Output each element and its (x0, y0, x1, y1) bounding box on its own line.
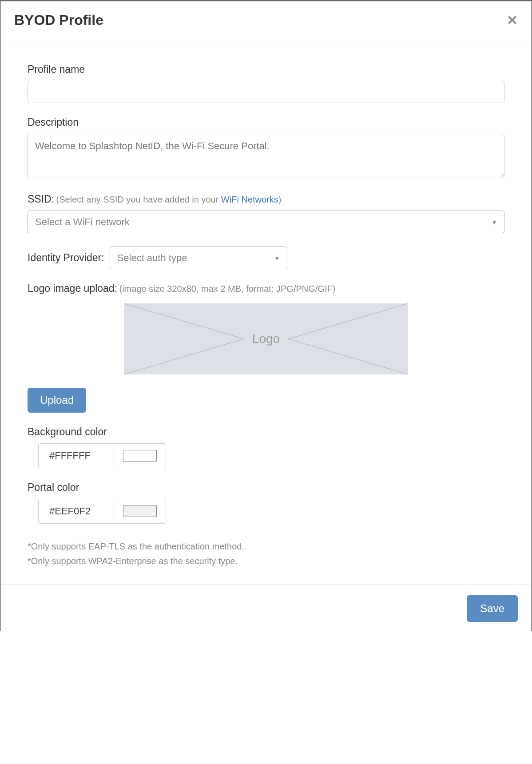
identity-select-wrapper: Select auth type ▼ (110, 247, 287, 269)
note-wpa2: *Only supports WPA2-Enterprise as the se… (28, 556, 504, 566)
wifi-networks-link[interactable]: WiFi Networks (221, 195, 278, 204)
identity-provider-group: Identity Provider: Select auth type ▼ (28, 247, 504, 269)
svg-line-2 (288, 303, 408, 339)
close-icon[interactable]: ✕ (507, 14, 518, 27)
upload-button[interactable]: Upload (28, 388, 86, 413)
note-eap-tls: *Only supports EAP-TLS as the authentica… (28, 541, 504, 552)
profile-name-group: Profile name (28, 64, 504, 103)
logo-upload-label: Logo image upload: (28, 283, 117, 294)
identity-provider-label: Identity Provider: (28, 252, 104, 264)
ssid-select[interactable]: Select a WiFi network (28, 211, 504, 233)
save-button[interactable]: Save (467, 595, 518, 622)
svg-line-3 (288, 339, 408, 374)
ssid-hint-prefix: (Select any SSID you have added in your (56, 195, 221, 204)
description-input[interactable]: Welcome to Splashtop NetID, the Wi-Fi Se… (28, 134, 504, 178)
ssid-select-wrapper: Select a WiFi network ▼ (28, 211, 504, 233)
portal-color-swatch-cell (114, 499, 166, 523)
profile-name-input[interactable] (28, 81, 504, 103)
modal-header: BYOD Profile ✕ (1, 1, 531, 41)
logo-placeholder-text: Logo (252, 332, 280, 346)
portal-color-label: Portal color (28, 481, 504, 493)
modal-footer: Save (1, 584, 531, 631)
description-group: Description Welcome to Splashtop NetID, … (28, 116, 504, 180)
profile-name-label: Profile name (28, 64, 504, 76)
identity-provider-select[interactable]: Select auth type (110, 247, 287, 269)
background-color-swatch-cell (114, 444, 166, 468)
logo-upload-group: Logo image upload: (image size 320x80, m… (28, 283, 504, 413)
svg-line-0 (124, 303, 244, 339)
ssid-group: SSID: (Select any SSID you have added in… (28, 193, 504, 233)
ssid-hint-suffix: ) (278, 195, 282, 204)
background-color-label: Background color (28, 426, 504, 438)
ssid-label: SSID: (28, 193, 54, 205)
background-color-swatch[interactable] (123, 450, 157, 462)
logo-upload-hint: (image size 320x80, max 2 MB, format: JP… (119, 284, 336, 294)
background-color-group: Background color #FFFFFF (28, 426, 504, 468)
background-color-hex[interactable]: #FFFFFF (39, 444, 114, 468)
modal-title: BYOD Profile (14, 12, 103, 28)
portal-color-row: #EEF0F2 (38, 499, 166, 524)
notes-section: *Only supports EAP-TLS as the authentica… (28, 541, 504, 566)
logo-preview: Logo (124, 303, 408, 374)
description-label: Description (28, 116, 504, 128)
svg-line-1 (124, 339, 244, 374)
portal-color-hex[interactable]: #EEF0F2 (39, 499, 114, 523)
portal-color-group: Portal color #EEF0F2 (28, 481, 504, 524)
background-color-row: #FFFFFF (38, 443, 166, 468)
portal-color-swatch[interactable] (123, 505, 157, 517)
modal-body: Profile name Description Welcome to Spla… (1, 41, 531, 584)
